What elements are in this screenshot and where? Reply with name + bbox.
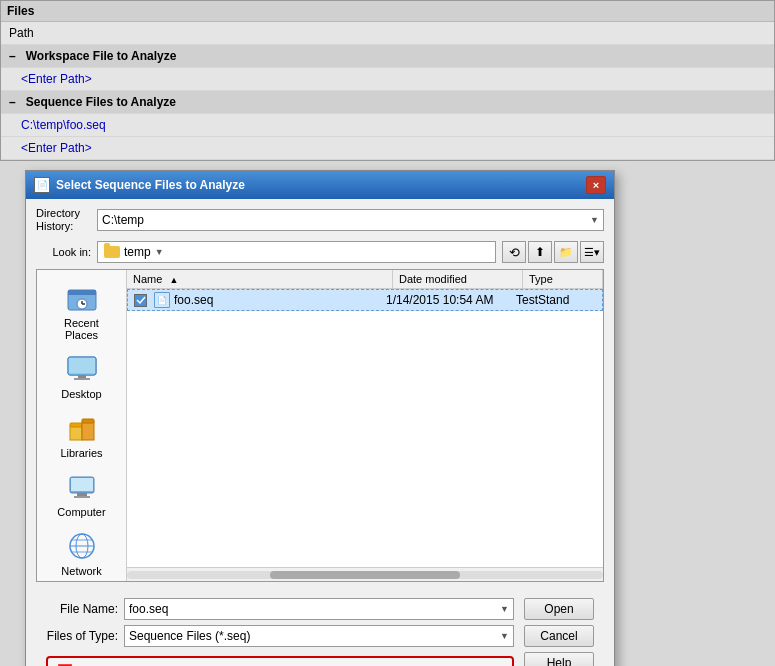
sidebar: Recent Places Desktop: [37, 270, 127, 581]
sidebar-item-recent-places-label: Recent Places: [48, 317, 116, 341]
dir-history-value: C:\temp: [102, 213, 144, 227]
checkbox-check-icon: [136, 295, 146, 305]
svg-rect-17: [74, 496, 90, 498]
svg-rect-10: [70, 426, 82, 440]
file-list-body: 📄 foo.seq 1/14/2015 10:54 AM TestStand: [127, 289, 603, 567]
file-name-arrow: ▼: [500, 604, 509, 614]
dialog-body: DirectoryHistory: C:\temp ▼ Look in: tem…: [26, 199, 614, 666]
svg-rect-15: [71, 478, 93, 491]
sidebar-item-libraries[interactable]: Libraries: [42, 408, 122, 463]
help-button[interactable]: Help: [524, 652, 594, 666]
file-date-cell: 1/14/2015 10:54 AM: [386, 293, 516, 307]
file-name-value: foo.seq: [129, 602, 168, 616]
close-button[interactable]: ×: [586, 176, 606, 194]
svg-rect-13: [82, 419, 94, 423]
col-header-type[interactable]: Type: [523, 270, 603, 288]
nav-view-button[interactable]: ☰▾: [580, 241, 604, 263]
files-type-arrow: ▼: [500, 631, 509, 641]
svg-rect-16: [77, 493, 87, 496]
col-header-name[interactable]: Name ▲: [127, 270, 393, 288]
folder-icon: [104, 246, 120, 258]
desktop-icon: [66, 353, 98, 385]
lookin-nav: ⟲ ⬆ 📁 ☰▾: [502, 241, 604, 263]
svg-rect-12: [82, 422, 94, 440]
dir-history-combo[interactable]: C:\temp ▼: [97, 209, 604, 231]
svg-rect-1: [68, 290, 96, 295]
file-row[interactable]: 📄 foo.seq 1/14/2015 10:54 AM TestStand: [127, 289, 603, 311]
files-type-label: Files of Type:: [46, 629, 118, 643]
abs-path-section[interactable]: Use Absolute Path: [46, 656, 514, 666]
lookin-value: temp: [124, 245, 151, 259]
libraries-icon: [66, 412, 98, 444]
nav-up-button[interactable]: ⬆: [528, 241, 552, 263]
footer-buttons: Open Cancel Help: [524, 598, 594, 666]
main-file-area: Recent Places Desktop: [36, 269, 604, 582]
select-sequence-dialog: 📄 Select Sequence Files to Analyze × Dir…: [25, 170, 615, 666]
dir-history-arrow: ▼: [590, 215, 599, 225]
file-name-label: foo.seq: [174, 293, 213, 307]
sidebar-item-network-label: Network: [61, 565, 101, 577]
file-name-combo[interactable]: foo.seq ▼: [124, 598, 514, 620]
sidebar-item-libraries-label: Libraries: [60, 447, 102, 459]
sidebar-item-computer[interactable]: Computer: [42, 467, 122, 522]
file-list: Name ▲ Date modified Type: [127, 270, 603, 581]
svg-rect-11: [70, 423, 82, 427]
svg-rect-9: [69, 358, 95, 373]
file-type-icon: 📄: [154, 292, 170, 308]
dialog-title: Select Sequence Files to Analyze: [56, 178, 245, 192]
svg-rect-7: [78, 375, 86, 378]
network-icon: [66, 530, 98, 562]
lookin-arrow: ▼: [155, 247, 164, 257]
dir-history-row: DirectoryHistory: C:\temp ▼: [36, 207, 604, 233]
sidebar-item-computer-label: Computer: [57, 506, 105, 518]
file-name-label: File Name:: [46, 602, 118, 616]
horizontal-scrollbar[interactable]: [127, 567, 603, 581]
file-list-header: Name ▲ Date modified Type: [127, 270, 603, 289]
files-type-row: Files of Type: Sequence Files (*.seq) ▼: [46, 625, 514, 647]
file-type-cell: TestStand: [516, 293, 596, 307]
open-button[interactable]: Open: [524, 598, 594, 620]
lookin-row: Look in: temp ▼ ⟲ ⬆ 📁 ☰▾: [36, 241, 604, 263]
dialog-titlebar: 📄 Select Sequence Files to Analyze ×: [26, 171, 614, 199]
nav-new-folder-button[interactable]: 📁: [554, 241, 578, 263]
sidebar-item-recent-places[interactable]: Recent Places: [42, 278, 122, 345]
lookin-combo[interactable]: temp ▼: [97, 241, 496, 263]
dir-history-label: DirectoryHistory:: [36, 207, 91, 233]
file-name-cell: 📄 foo.seq: [134, 292, 386, 308]
dialog-footer: File Name: foo.seq ▼ Files of Type: Sequ…: [36, 590, 604, 666]
files-type-value: Sequence Files (*.seq): [129, 629, 250, 643]
dialog-title-icon: 📄: [34, 177, 50, 193]
nav-back-button[interactable]: ⟲: [502, 241, 526, 263]
files-type-combo[interactable]: Sequence Files (*.seq) ▼: [124, 625, 514, 647]
sidebar-item-desktop[interactable]: Desktop: [42, 349, 122, 404]
sidebar-item-desktop-label: Desktop: [61, 388, 101, 400]
file-name-row: File Name: foo.seq ▼: [46, 598, 514, 620]
recent-places-icon: [66, 282, 98, 314]
svg-rect-8: [74, 378, 90, 380]
cancel-button[interactable]: Cancel: [524, 625, 594, 647]
file-checkbox[interactable]: [134, 294, 147, 307]
computer-icon: [66, 471, 98, 503]
lookin-label: Look in:: [36, 246, 91, 258]
col-header-date[interactable]: Date modified: [393, 270, 523, 288]
sidebar-item-network[interactable]: Network: [42, 526, 122, 581]
